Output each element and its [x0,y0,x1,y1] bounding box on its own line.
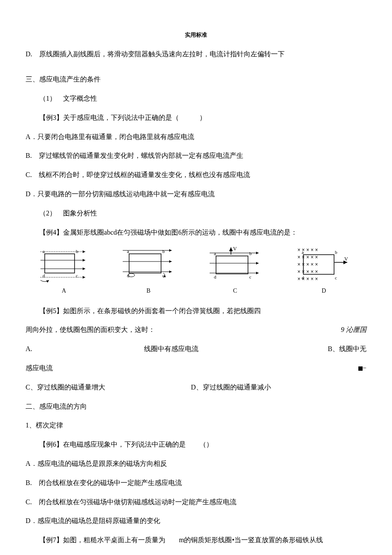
ex3-option-c: C. 线框不闭合时，即使穿过线框的磁通量发生变化，线框也没有感应电流 [26,169,366,181]
diagram-b-svg: a b c d [121,245,176,284]
subsection-2: （2） 图象分析性 [26,207,366,220]
diagram-a-label: A [62,285,66,296]
ex3-option-a: A．只要闭合电路里有磁通量，闭合电路里就有感应电流 [26,131,366,143]
svg-text:a: a [43,249,45,254]
svg-text:b: b [249,251,252,256]
ex6-option-b: B. 闭合线框放在变化的磁场中一定能产生感应电流 [26,477,366,489]
option-d-prior: D. 原线圈插入副线圈后，将滑动变阻器触头迅速向左拉时，电流计指针向左偏转一下 [26,48,366,61]
svg-text:c: c [76,273,78,278]
svg-text:d: d [302,275,304,280]
diagram-a: a b c d A [38,245,89,296]
example-4-title: 【例4】金属矩形线圈abcd在匀强磁场中做如图6所示的运动，线圈中有感应电流的是… [26,227,366,239]
svg-rect-12 [129,254,161,273]
svg-text:× × × × ×: × × × × × [297,276,318,282]
diagram-d-svg: × × × × × × × × × × × × × × × × × × × × … [294,245,354,284]
svg-text:V: V [344,256,348,262]
svg-text:c: c [249,274,251,279]
ex5-ab-cont: 感应电流 [26,362,53,375]
example-6-title: 【例6】在电磁感应现象中，下列说法中正确的是 （） [26,439,366,451]
diagram-row: a b c d A a b c d B [38,245,354,296]
ex5-option-d: D、穿过线圈的磁通量减小 [191,384,271,391]
svg-rect-21 [216,256,248,274]
example-5-line1: 【例5】如图所示，在条形磁铁的外面套着一个闭合弹簧线圈，若把线圈四 [26,305,366,317]
svg-text:d: d [43,273,45,278]
ex5-row-cd: C、穿过线圈的磁通量增大 D、穿过线圈的磁通量减小 [26,381,366,394]
svg-rect-4 [45,254,75,273]
section-2-title: 二、感应电流的方向 [26,401,366,413]
diagram-b-label: B [147,285,150,296]
example-7-title: 【例7】如图，粗糙水平桌面上有一质量为 m的铜质矩形线圈•当一竖直放置的条形磁铁… [26,534,366,546]
ex6-option-c: C. 闭合线框放在匀强磁场中做切割磁感线运动时一定能产生感应电流 [26,496,366,509]
ex6-option-a: A．感应电流的磁场总是跟原来的磁场方向相反 [26,458,366,470]
subsection-2-1: 1、楞次定律 [26,419,366,432]
svg-text:× × × × ×: × × × × × [297,254,318,260]
subsection-1: （1） 文字概念性 [26,93,366,105]
example-5-line2: 周向外拉，使线圈包围的面积变大，这时： 9 沁厘国 [26,324,366,336]
section-3-title: 三、感应电流产生的条件 [26,73,366,86]
svg-text:× × × × ×: × × × × × [297,262,318,267]
svg-text:c: c [335,275,337,280]
svg-text:a: a [127,249,129,254]
ex6-option-d: D．感应电流的磁场总是阻碍原磁通量的变化 [26,515,366,527]
ex5-line2-right: 9 沁厘国 [341,324,366,336]
ex5-option-c: C、穿过线圈的磁通量增大 [26,381,189,394]
svg-text:× × × × ×: × × × × × [297,247,318,253]
ex3-option-b: B. 穿过螺线管的磁通量发生变化时，螺线管内部就一定有感应电流产生 [26,150,366,162]
diagram-c-svg: a b c d V [208,245,263,284]
svg-text:a: a [214,251,216,256]
ex5-row-ab: A. 线圈中有感应电流 B、线圈中无 [26,343,366,355]
svg-text:b: b [335,250,337,255]
diagram-c-label: C [233,285,237,296]
diagram-a-svg: a b c d [38,245,89,284]
example-3-title: 【例3】关于感应电流，下列说法中正确的是（ ） [26,112,366,124]
ex5-option-b-right: B、线圈中无 [328,343,366,355]
svg-text:V: V [233,246,237,252]
svg-text:× × × × ×: × × × × × [297,269,318,275]
ex5-option-a: A. [26,343,32,355]
decoration-square: − [358,362,366,375]
ex5-a-mid: 线圈中有感应电流 [32,343,311,355]
svg-text:a: a [302,250,304,255]
diagram-d-label: D [322,285,326,296]
svg-text:b: b [162,249,165,254]
ex5-row-ab-cont: 感应电流 − [26,362,366,375]
svg-text:d: d [214,274,216,279]
diagram-b: a b c d B [121,245,176,296]
diagram-c: a b c d V C [208,245,263,296]
diagram-d: × × × × × × × × × × × × × × × × × × × × … [294,245,354,296]
ex3-option-d: D．只要电路的一部分切割磁感线运动电路中就一定有感应电流 [26,188,366,200]
ex5-line2-left: 周向外拉，使线圈包围的面积变大，这时： [26,324,155,336]
svg-text:b: b [76,249,78,254]
page-header: 实用标准 [26,30,366,40]
